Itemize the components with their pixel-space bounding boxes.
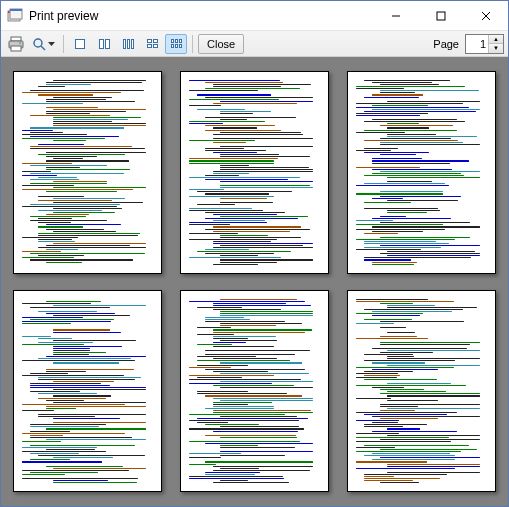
grid-4-icon [147,39,158,48]
maximize-button[interactable] [418,1,463,30]
grid-2-icon [99,39,110,49]
svg-rect-3 [10,9,22,11]
layout-3page-button[interactable] [117,34,139,54]
preview-area[interactable] [1,57,508,506]
svg-rect-8 [11,37,21,41]
svg-marker-14 [48,42,55,46]
grid-6-icon [171,39,182,48]
preview-page[interactable] [13,290,162,493]
minimize-button[interactable] [373,1,418,30]
page-number-spinner[interactable]: ▲ ▼ [465,34,504,54]
page-up-button[interactable]: ▲ [489,35,503,45]
grid-3-icon [123,39,134,49]
titlebar: Print preview [1,1,508,31]
preview-page[interactable] [180,71,329,274]
page-label: Page [433,38,459,50]
svg-point-12 [34,39,42,47]
app-icon [7,8,23,24]
svg-point-11 [19,42,21,44]
preview-page[interactable] [347,71,496,274]
svg-rect-10 [11,46,21,51]
layout-1page-button[interactable] [69,34,91,54]
toolbar-separator [63,35,64,53]
layout-4page-button[interactable] [141,34,163,54]
svg-rect-5 [437,12,445,20]
preview-page[interactable] [13,71,162,274]
svg-line-13 [41,46,45,50]
close-label: Close [207,38,235,50]
close-window-button[interactable] [463,1,508,30]
grid-1-icon [75,39,85,49]
layout-6page-button[interactable] [165,34,187,54]
print-button[interactable] [5,34,27,54]
toolbar-separator [192,35,193,53]
window-controls [373,1,508,30]
page-down-button[interactable]: ▼ [489,44,503,53]
zoom-dropdown[interactable] [29,34,58,54]
layout-2page-button[interactable] [93,34,115,54]
close-preview-button[interactable]: Close [198,34,244,54]
toolbar: Close Page ▲ ▼ [1,31,508,57]
page-number-input[interactable] [466,35,488,53]
preview-page[interactable] [180,290,329,493]
preview-page[interactable] [347,290,496,493]
window-title: Print preview [29,9,373,23]
